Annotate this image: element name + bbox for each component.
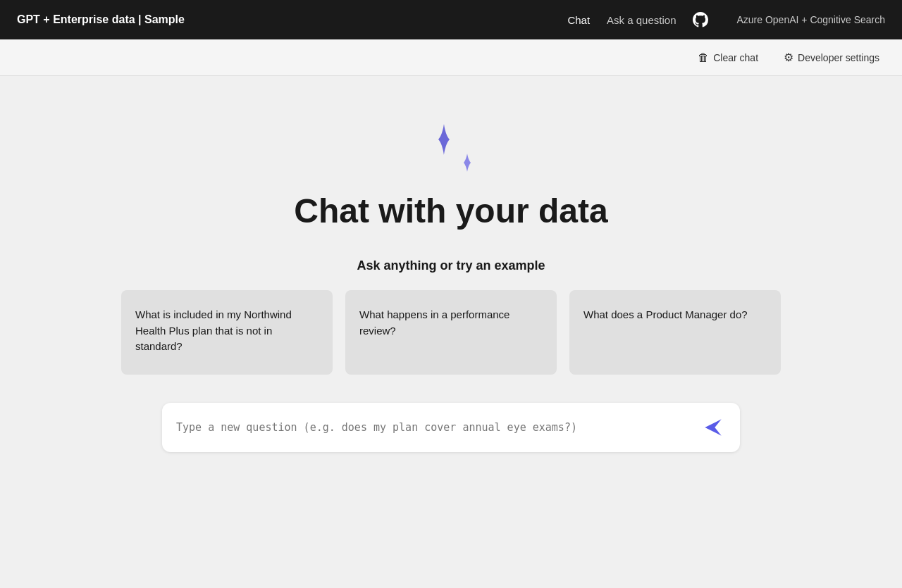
sparkle-icon — [423, 118, 479, 175]
settings-icon: ⚙ — [784, 51, 793, 64]
nav-links: Chat Ask a question — [567, 12, 708, 27]
chat-input[interactable] — [176, 420, 700, 436]
developer-settings-label: Developer settings — [798, 52, 879, 63]
nav-chat-link[interactable]: Chat — [567, 14, 590, 26]
toolbar: 🗑 Clear chat ⚙ Developer settings — [0, 39, 902, 76]
trash-icon: 🗑 — [698, 51, 709, 64]
azure-label: Azure OpenAI + Cognitive Search — [736, 14, 885, 25]
developer-settings-button[interactable]: ⚙ Developer settings — [778, 46, 885, 68]
page-subtitle: Ask anything or try an example — [357, 258, 545, 273]
clear-chat-button[interactable]: 🗑 Clear chat — [692, 47, 764, 68]
example-card-0[interactable]: What is included in my Northwind Health … — [121, 290, 333, 375]
clear-chat-label: Clear chat — [713, 52, 758, 63]
github-icon[interactable] — [693, 12, 708, 27]
example-card-2[interactable]: What does a Product Manager do? — [569, 290, 781, 375]
nav-ask-link[interactable]: Ask a question — [607, 14, 676, 26]
page-title: Chat with your data — [294, 192, 607, 230]
brand-title: GPT + Enterprise data | Sample — [17, 13, 185, 26]
navbar: GPT + Enterprise data | Sample Chat Ask … — [0, 0, 902, 39]
sparkle-small-icon — [458, 154, 476, 172]
send-icon — [703, 418, 723, 437]
example-cards: What is included in my Northwind Health … — [121, 290, 781, 375]
sparkle-large-icon — [428, 124, 459, 155]
main-content: Chat with your data Ask anything or try … — [0, 76, 902, 588]
example-card-1[interactable]: What happens in a performance review? — [345, 290, 557, 375]
send-button[interactable] — [700, 415, 726, 440]
chat-input-container — [162, 403, 740, 452]
